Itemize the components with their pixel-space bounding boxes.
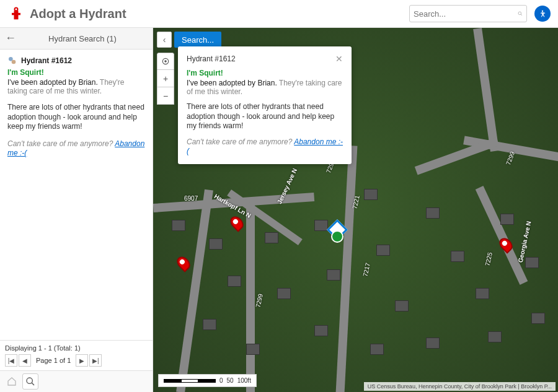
pager-first-button[interactable]: |◀	[5, 354, 17, 367]
zoom-out-button[interactable]: −	[157, 87, 174, 105]
search-icon	[518, 9, 523, 19]
map-attribution: US Census Bureau, Hennepin County, City …	[364, 382, 556, 391]
result-icon	[7, 56, 17, 66]
back-button[interactable]: ←	[5, 32, 17, 45]
svg-line-10	[32, 383, 34, 385]
svg-point-4	[518, 12, 521, 15]
svg-point-3	[16, 9, 17, 11]
sidebar: ← Hydrant Search (1) Hydrant #1612 I'm S…	[0, 28, 153, 392]
app-title: Adopt a Hydrant	[30, 7, 126, 21]
svg-point-6	[542, 11, 543, 12]
zoom-in-button[interactable]: +	[157, 70, 174, 87]
sidebar-tools	[0, 370, 153, 392]
pager-last-button[interactable]: ▶|	[89, 354, 102, 367]
result-count: Displaying 1 - 1 (Total: 1)	[5, 344, 148, 352]
popup-adoption-status: I've been adopted by Brian. They're taki…	[187, 79, 343, 96]
sidebar-title: Hydrant Search (1)	[17, 34, 148, 43]
info-paragraph: There are lots of other hydrants that ne…	[7, 103, 145, 132]
magnifier-icon	[25, 377, 35, 386]
pager-text: Page 1 of 1	[32, 357, 74, 364]
top-bar: Adopt a Hydrant	[0, 0, 558, 28]
map-search-button[interactable]: Search...	[174, 32, 221, 48]
locate-button[interactable]	[157, 53, 174, 70]
map-popup: Hydrant #1612 ✕ I'm Squirt! I've been ad…	[178, 46, 352, 164]
home-icon	[7, 377, 17, 386]
sidebar-body: Hydrant #1612 I'm Squirt! I've been adop…	[0, 50, 153, 340]
scale-bar: 050100ft	[158, 374, 257, 387]
collapse-sidebar-button[interactable]: ‹	[157, 32, 172, 48]
address-label: 6907	[184, 195, 198, 202]
abandon-line: Can't take care of me anymore? Abandon m…	[7, 139, 145, 159]
popup-abandon-line: Can't take care of me anymore? Abandon m…	[187, 137, 343, 157]
search-input[interactable]	[414, 9, 518, 19]
adoption-status: I've been adopted by Brian. They're taki…	[7, 78, 145, 95]
map[interactable]: ‹ Search... + − Hydrant #1612 ✕ I'm Squi…	[153, 28, 558, 392]
hydrant-logo-icon	[7, 5, 25, 22]
hydrant-marker-adopted[interactable]	[331, 230, 343, 243]
svg-line-5	[521, 14, 522, 15]
pager-next-button[interactable]: ▶	[76, 354, 88, 367]
home-tool-button[interactable]	[4, 373, 20, 390]
sidebar-footer: Displaying 1 - 1 (Total: 1) |◀ ◀ Page 1 …	[0, 340, 153, 370]
pager-prev-button[interactable]: ◀	[19, 354, 31, 367]
pager: |◀ ◀ Page 1 of 1 ▶ ▶|	[5, 354, 148, 367]
popup-info: There are lots of other hydrants that ne…	[187, 102, 343, 131]
accessibility-icon	[538, 9, 547, 18]
search-tool-button[interactable]	[22, 373, 38, 390]
global-search[interactable]	[409, 5, 527, 22]
popup-title: Hydrant #1612	[187, 54, 236, 63]
popup-close-button[interactable]: ✕	[335, 54, 343, 64]
sidebar-header: ← Hydrant Search (1)	[0, 28, 153, 50]
svg-rect-2	[12, 13, 20, 15]
result-title[interactable]: Hydrant #1612	[21, 56, 72, 65]
hydrant-name: I'm Squirt!	[7, 68, 145, 77]
svg-point-12	[165, 61, 166, 62]
accessibility-button[interactable]	[534, 6, 551, 22]
map-controls: + −	[157, 53, 174, 105]
popup-hydrant-name: I'm Squirt!	[187, 69, 343, 77]
svg-point-9	[27, 378, 32, 383]
svg-point-8	[12, 60, 16, 64]
crosshair-icon	[161, 57, 170, 66]
